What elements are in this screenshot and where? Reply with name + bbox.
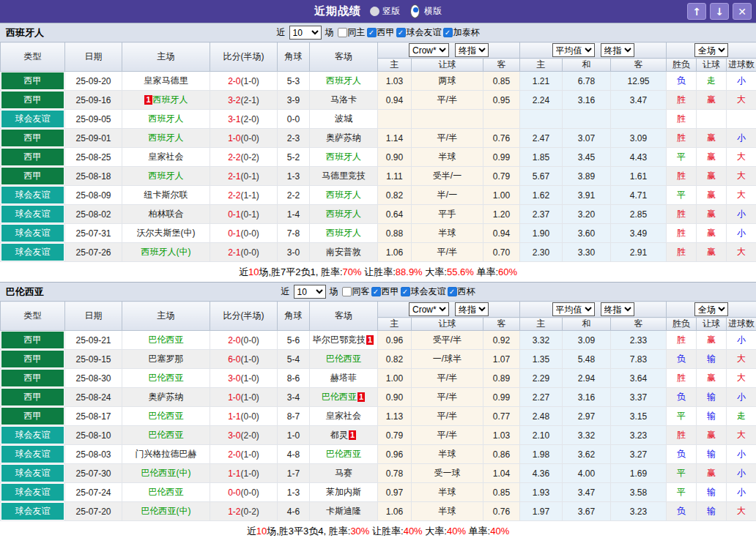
away-team-name: 波城 (335, 113, 352, 124)
vertical-layout-radio[interactable]: 竖版 (370, 5, 400, 18)
horizontal-layout-radio[interactable]: 横版 (409, 4, 442, 18)
odds-value: 0.96 (378, 445, 412, 464)
average-odds-value: 4.36 (520, 464, 563, 483)
odds-value: 0.90 (378, 148, 412, 167)
away-team-cell: 奥萨苏纳 (310, 129, 378, 148)
away-team-name: 莱加内斯 (326, 487, 361, 497)
average-odds-value (563, 110, 611, 129)
home-team-cell: 巴塞罗那 (122, 350, 210, 369)
table-row: 西甲25-09-21巴伦西亚2-0(0-0)5-6毕尔巴鄂竞技10.96受平/半… (1, 331, 756, 350)
odds-dropdown-cell: 全场 (667, 302, 756, 318)
result-goals: 小 (727, 331, 756, 350)
match-count-select[interactable]: 10 (289, 26, 322, 40)
table-row: 西甲25-08-17巴伦西亚1-1(0-0)8-7皇家社会1.13平/半0.77… (1, 407, 756, 426)
move-up-button[interactable]: ↑ (687, 3, 706, 20)
corner-score: 0-0 (278, 110, 310, 129)
halftime-score: (0-1) (241, 171, 259, 182)
company-period-select[interactable]: 终指 (455, 43, 489, 57)
result-goals: 大 (727, 426, 756, 445)
average-odds-value: 2.33 (611, 331, 667, 350)
move-down-button[interactable]: ↓ (710, 3, 729, 20)
column-header: 比分(半场) (210, 42, 278, 72)
odds-value: 1.20 (483, 205, 520, 224)
close-button[interactable]: ✕ (733, 3, 752, 20)
scope-select[interactable]: 全场 (694, 302, 728, 316)
odds-value: 受平/半 (412, 331, 483, 350)
team-section-espanyol: 西班牙人 近 10 场 同主✓西甲✓球会友谊✓加泰杯 类型日期主场比分(半场)角… (0, 23, 756, 282)
match-count-select[interactable]: 10 (294, 285, 326, 299)
away-team-cell: 西班牙人 (310, 224, 378, 243)
filter-checkbox-西杯[interactable]: ✓西杯 (448, 285, 475, 298)
halftime-score: (1-1) (241, 190, 259, 201)
halftime-score: (0-0) (241, 228, 259, 239)
odds-value: 1.04 (483, 464, 520, 483)
average-odds-value: 5.48 (563, 350, 611, 369)
column-header: 日期 (65, 302, 122, 331)
average-select[interactable]: 平均值 (552, 43, 595, 57)
result-goals: 小 (727, 445, 756, 464)
average-odds-value: 3.07 (563, 129, 611, 148)
checked-checkbox-icon: ✓ (401, 287, 410, 296)
away-team-cell: 皇家社会 (310, 407, 378, 426)
match-date: 25-09-20 (65, 72, 122, 91)
company-select[interactable]: Crow* (409, 43, 449, 57)
match-date: 25-09-15 (65, 350, 122, 369)
result-outcome: 负 (667, 72, 697, 91)
away-team-name: 马洛卡 (330, 94, 357, 105)
league-type-cell: 球会友谊 (1, 205, 65, 224)
average-period-select[interactable]: 终指 (601, 43, 634, 57)
league-type-cell: 西甲 (1, 148, 65, 167)
away-team-cell: 马洛卡 (310, 91, 378, 110)
league-badge: 球会友谊 (1, 484, 64, 501)
corner-score: 4-8 (278, 445, 310, 464)
away-team-cell: 都灵1 (310, 426, 378, 445)
average-select[interactable]: 平均值 (552, 302, 595, 316)
average-odds-value: 1.98 (520, 445, 563, 464)
match-date: 25-09-01 (65, 129, 122, 148)
filter-checkbox-西甲[interactable]: ✓西甲 (367, 26, 395, 39)
halftime-score: (1-0) (241, 354, 259, 365)
summary-text: 近 (239, 266, 248, 279)
average-period-select[interactable]: 终指 (601, 302, 634, 316)
match-date: 25-08-10 (65, 426, 122, 445)
average-odds-value: 6.78 (563, 72, 611, 91)
league-type-cell: 球会友谊 (1, 186, 65, 205)
column-subheader: 主 (520, 59, 563, 72)
match-date: 25-09-16 (65, 91, 122, 110)
league-type-cell: 球会友谊 (1, 243, 65, 262)
odds-value: 平/半 (412, 129, 483, 148)
corner-score: 1-7 (278, 464, 310, 483)
league-type-cell: 球会友谊 (1, 464, 65, 483)
red-card-badge: 1 (357, 392, 365, 402)
company-period-select[interactable]: 终指 (455, 302, 489, 316)
summary-text: 40% (447, 526, 466, 537)
average-odds-value: 3.47 (563, 483, 611, 502)
halftime-score: (2-1) (241, 95, 259, 105)
filter-checkbox-球会友谊[interactable]: ✓球会友谊 (396, 26, 442, 39)
away-team-cell: 莱加内斯 (310, 483, 378, 502)
scope-select[interactable]: 全场 (694, 43, 728, 57)
table-row: 球会友谊25-08-03门兴格拉德巴赫2-0(1-0)4-8巴伦西亚0.96半球… (1, 445, 756, 464)
odds-value: 0.82 (378, 350, 412, 369)
summary-row: 近10场,胜7平2负1, 胜率:70% 让胜率:88.9% 大率:55.6% 单… (0, 262, 756, 282)
away-team-name: 都灵 (330, 430, 348, 440)
filter-checkbox-加泰杯[interactable]: ✓加泰杯 (443, 26, 480, 39)
result-outcome: 胜 (667, 426, 697, 445)
away-team-cell: 马德里竞技 (310, 167, 378, 186)
table-row: 球会友谊25-07-24巴伦西亚0-0(0-0)1-3莱加内斯0.97半球0.8… (1, 483, 756, 502)
filter-checkbox-同主[interactable]: 同主 (338, 26, 366, 39)
filter-checkbox-同客[interactable]: 同客 (342, 285, 370, 298)
home-team-name: 沃尔夫斯堡(中) (137, 228, 196, 238)
company-select[interactable]: Crow* (409, 302, 449, 316)
away-team-name: 毕尔巴鄂竞技 (313, 335, 366, 345)
result-outcome: 胜 (667, 205, 697, 224)
corner-score: 5-2 (278, 148, 310, 167)
league-type-cell: 西甲 (1, 388, 65, 407)
result-outcome: 平 (667, 464, 697, 483)
average-odds-value: 3.23 (611, 502, 667, 521)
fulltime-score: 2-1 (228, 171, 240, 182)
filter-checkbox-西甲[interactable]: ✓西甲 (371, 285, 399, 298)
filter-checkbox-球会友谊[interactable]: ✓球会友谊 (401, 285, 446, 298)
match-date: 25-09-21 (65, 331, 122, 350)
corner-score: 1-3 (278, 483, 310, 502)
